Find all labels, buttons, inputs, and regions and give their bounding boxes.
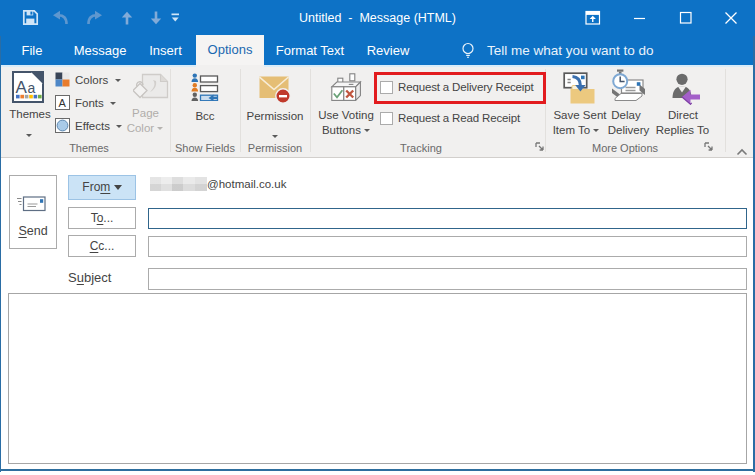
svg-text:a: a <box>28 80 36 96</box>
svg-text:A: A <box>16 78 28 97</box>
svg-text:A: A <box>59 97 67 109</box>
